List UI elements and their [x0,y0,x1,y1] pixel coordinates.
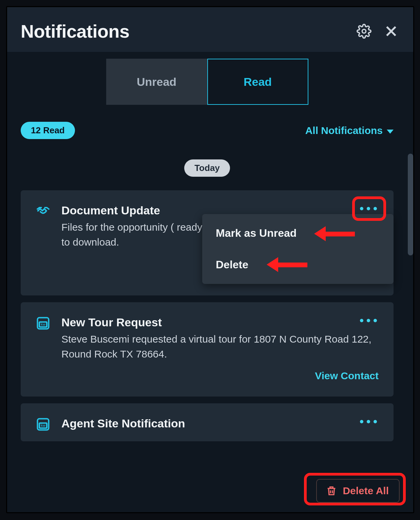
annotation-arrow [267,257,307,272]
svg-text:kw: kw [41,423,45,427]
svg-text:kw: kw [41,322,45,326]
menu-mark-unread[interactable]: Mark as Unread [202,217,394,249]
page-title: Notifications [21,21,345,42]
filter-dropdown-label: All Notifications [305,125,383,136]
filter-row: 12 Read All Notifications [21,122,394,139]
notification-card[interactable]: kw Agent Site Notification [21,403,394,441]
date-pill: Today [184,159,230,177]
tab-strip: Unread Read [21,59,394,105]
read-count-pill: 12 Read [21,122,75,139]
menu-delete-label: Delete [216,258,248,271]
date-separator: Today [21,159,394,177]
notification-body: Steve Buscemi requested a virtual tour f… [61,332,379,361]
notification-title: New Tour Request [61,316,379,329]
card-more-button[interactable] [358,314,379,327]
close-icon [384,24,399,39]
panel-header: Notifications [7,7,413,52]
filter-dropdown[interactable]: All Notifications [305,125,394,136]
menu-delete[interactable]: Delete [202,249,394,281]
delete-all-label: Delete All [343,485,389,497]
card-context-menu: Mark as Unread Delete [202,214,394,284]
trash-icon [326,485,337,497]
tab-unread[interactable]: Unread [106,59,207,105]
handshake-icon [34,204,52,222]
annotation-arrow [314,226,355,241]
close-button[interactable] [383,23,400,40]
chevron-down-icon [387,130,394,134]
kw-badge-icon: kw [34,316,52,333]
content-area: Unread Read 12 Read All Notifications To… [7,52,413,469]
card-more-button[interactable] [358,415,379,428]
delete-all-button[interactable]: Delete All [316,479,400,503]
panel-footer: Delete All [7,469,413,512]
settings-button[interactable] [356,23,373,40]
notification-card[interactable]: kw New Tour Request Steve Buscemi reques… [21,302,394,397]
scrollbar-thumb[interactable] [408,154,413,255]
kw-badge-icon: kw [34,417,52,435]
notifications-panel: Notifications Unread Read 12 Read All No… [6,6,414,513]
notification-body: Files for the opportunity ( ready to dow… [61,220,207,249]
view-contact-link[interactable]: View Contact [315,370,379,382]
tab-read[interactable]: Read [207,59,308,105]
menu-mark-unread-label: Mark as Unread [216,227,297,239]
scrollbar[interactable] [407,52,413,469]
gear-icon [357,24,371,39]
svg-point-0 [362,30,366,33]
notification-title: Agent Site Notification [61,417,379,430]
notification-card[interactable]: Document Update Files for the opportunit… [21,190,394,295]
card-more-button[interactable] [358,202,379,215]
